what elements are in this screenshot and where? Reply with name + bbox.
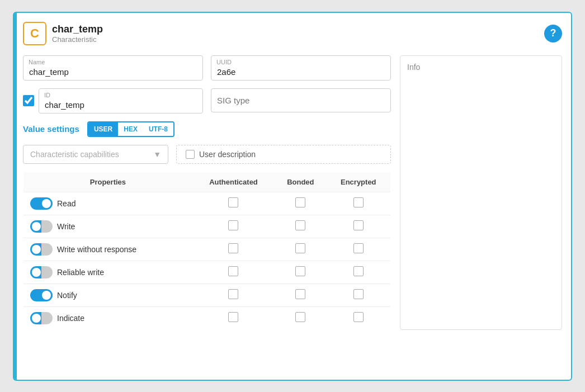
prop-auth-cell-0 bbox=[192, 192, 275, 215]
prop-bonded-cell-1 bbox=[275, 215, 326, 238]
prop-bonded-checkbox-1[interactable] bbox=[295, 220, 305, 230]
header-title: char_temp Characteristic bbox=[52, 23, 103, 44]
prop-encrypted-cell-1 bbox=[327, 215, 391, 238]
prop-encrypted-checkbox-1[interactable] bbox=[353, 220, 364, 230]
id-label: ID bbox=[44, 92, 50, 98]
value-type-buttons: USER HEX UTF-8 bbox=[87, 121, 174, 137]
prop-label-5: Indicate bbox=[57, 314, 84, 323]
prop-label-0: Read bbox=[57, 199, 76, 208]
uuid-field-group: UUID bbox=[211, 55, 391, 81]
sig-field-group bbox=[211, 88, 391, 114]
prop-encrypted-checkbox-3[interactable] bbox=[353, 266, 364, 276]
table-row: Read bbox=[23, 192, 391, 215]
main-window: C char_temp Characteristic ? Name UUID bbox=[13, 12, 572, 381]
app-icon: C bbox=[23, 22, 46, 45]
prop-bonded-checkbox-3[interactable] bbox=[295, 266, 305, 276]
prop-bonded-cell-5 bbox=[275, 306, 326, 329]
prop-auth-checkbox-4[interactable] bbox=[228, 289, 238, 299]
prop-encrypted-cell-4 bbox=[327, 284, 391, 306]
prop-encrypted-cell-3 bbox=[327, 261, 391, 284]
prop-auth-checkbox-0[interactable] bbox=[228, 197, 238, 207]
info-label: Info bbox=[407, 63, 420, 72]
name-input[interactable] bbox=[23, 55, 203, 81]
prop-auth-checkbox-1[interactable] bbox=[228, 220, 238, 230]
id-field-group: ID bbox=[39, 88, 203, 114]
prop-label-2: Write without response bbox=[57, 245, 136, 254]
col-bonded: Bonded bbox=[275, 172, 326, 192]
prop-name-cell-4: Notify bbox=[23, 284, 192, 306]
table-header-row: Properties Authenticated Bonded Encrypte… bbox=[23, 172, 391, 192]
prop-label-4: Notify bbox=[57, 291, 77, 300]
help-button[interactable]: ? bbox=[544, 25, 562, 42]
prop-bonded-checkbox-0[interactable] bbox=[295, 197, 305, 207]
prop-auth-cell-2 bbox=[192, 238, 275, 261]
prop-encrypted-cell-2 bbox=[327, 238, 391, 261]
prop-label-3: Reliable write bbox=[57, 268, 104, 277]
table-row: Notify bbox=[23, 284, 391, 306]
table-row: Write bbox=[23, 215, 391, 238]
btn-user[interactable]: USER bbox=[88, 122, 118, 136]
col-properties: Properties bbox=[23, 172, 192, 192]
capabilities-row: Characteristic capabilities ▼ User descr… bbox=[23, 145, 391, 164]
prop-auth-checkbox-2[interactable] bbox=[228, 243, 238, 253]
prop-auth-checkbox-3[interactable] bbox=[228, 266, 238, 276]
name-field-group: Name bbox=[23, 55, 203, 81]
user-description-button[interactable]: User description bbox=[176, 145, 391, 164]
prop-encrypted-checkbox-4[interactable] bbox=[353, 289, 364, 299]
capabilities-dropdown[interactable]: Characteristic capabilities ▼ bbox=[23, 145, 168, 164]
prop-encrypted-checkbox-2[interactable] bbox=[353, 243, 364, 253]
user-desc-checkbox bbox=[186, 150, 195, 159]
prop-auth-cell-4 bbox=[192, 284, 275, 306]
header-left: C char_temp Characteristic bbox=[23, 22, 103, 45]
window-title: char_temp bbox=[52, 23, 103, 35]
id-row: ID bbox=[23, 88, 203, 114]
prop-auth-cell-1 bbox=[192, 215, 275, 238]
name-label: Name bbox=[29, 59, 45, 65]
user-desc-label: User description bbox=[199, 150, 256, 159]
prop-bonded-cell-2 bbox=[275, 238, 326, 261]
btn-hex[interactable]: HEX bbox=[118, 122, 143, 136]
accent-bar bbox=[14, 13, 17, 380]
prop-name-cell-2: Write without response bbox=[23, 238, 192, 261]
prop-encrypted-checkbox-5[interactable] bbox=[353, 312, 364, 322]
btn-utf8[interactable]: UTF-8 bbox=[143, 122, 173, 136]
value-settings-row: Value settings USER HEX UTF-8 bbox=[23, 121, 391, 137]
uuid-label: UUID bbox=[216, 59, 232, 65]
id-input[interactable] bbox=[39, 88, 203, 114]
prop-name-cell-5: Indicate bbox=[23, 306, 192, 329]
chevron-down-icon: ▼ bbox=[153, 150, 161, 159]
prop-encrypted-checkbox-0[interactable] bbox=[353, 197, 364, 207]
uuid-input[interactable] bbox=[211, 55, 391, 81]
info-panel: Info bbox=[400, 55, 562, 330]
table-row: Indicate bbox=[23, 306, 391, 329]
sig-input[interactable] bbox=[211, 88, 391, 112]
prop-encrypted-cell-5 bbox=[327, 306, 391, 329]
window-subtitle: Characteristic bbox=[52, 35, 103, 44]
name-uuid-row: Name UUID bbox=[23, 55, 391, 81]
table-row: Reliable write bbox=[23, 261, 391, 284]
main-panel: Name UUID ID bbox=[23, 55, 391, 330]
properties-table: Properties Authenticated Bonded Encrypte… bbox=[23, 172, 391, 330]
prop-auth-cell-5 bbox=[192, 306, 275, 329]
value-settings-label: Value settings bbox=[23, 124, 79, 134]
col-authenticated: Authenticated bbox=[192, 172, 275, 192]
id-sig-row: ID bbox=[23, 88, 391, 114]
capabilities-label: Characteristic capabilities bbox=[30, 150, 119, 159]
prop-bonded-checkbox-5[interactable] bbox=[295, 312, 305, 322]
col-encrypted: Encrypted bbox=[327, 172, 391, 192]
prop-name-cell-0: Read bbox=[23, 192, 192, 215]
prop-name-cell-1: Write bbox=[23, 215, 192, 238]
prop-bonded-checkbox-4[interactable] bbox=[295, 289, 305, 299]
prop-bonded-cell-3 bbox=[275, 261, 326, 284]
prop-bonded-cell-0 bbox=[275, 192, 326, 215]
prop-auth-checkbox-5[interactable] bbox=[228, 312, 238, 322]
prop-auth-cell-3 bbox=[192, 261, 275, 284]
table-row: Write without response bbox=[23, 238, 391, 261]
prop-bonded-cell-4 bbox=[275, 284, 326, 306]
id-checkbox[interactable] bbox=[23, 95, 34, 106]
prop-bonded-checkbox-2[interactable] bbox=[295, 243, 305, 253]
prop-label-1: Write bbox=[57, 222, 75, 231]
header: C char_temp Characteristic ? bbox=[23, 22, 562, 45]
prop-encrypted-cell-0 bbox=[327, 192, 391, 215]
content-area: Name UUID ID bbox=[23, 55, 562, 330]
